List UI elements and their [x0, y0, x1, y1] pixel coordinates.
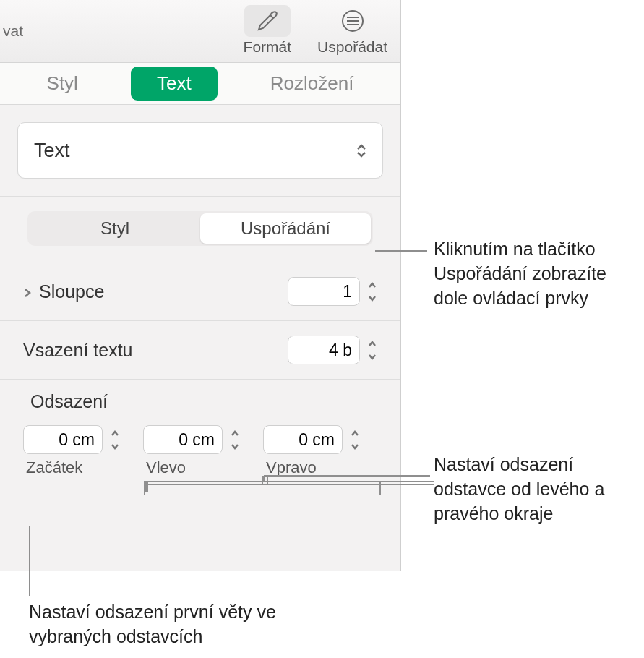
- tab-text[interactable]: Text: [131, 67, 218, 101]
- indent-first-field: Začátek: [23, 425, 123, 477]
- segmented-section: Styl Uspořádání: [0, 197, 400, 262]
- indent-first-stepper: [23, 425, 123, 454]
- indent-left-step-down[interactable]: [227, 440, 243, 453]
- columns-label-wrap[interactable]: Sloupce: [23, 281, 288, 302]
- toolbar-cut-label: vat: [3, 22, 23, 40]
- callout-line-firstline-v: [29, 526, 30, 596]
- indent-left-step-up[interactable]: [227, 427, 243, 440]
- indent-first-step-up[interactable]: [107, 427, 123, 440]
- columns-input[interactable]: [288, 277, 360, 306]
- columns-step-down[interactable]: [364, 291, 380, 304]
- arrange-icon: [340, 5, 366, 37]
- indent-left-stepper: [143, 425, 243, 454]
- text-inset-step-up[interactable]: [364, 337, 380, 350]
- indent-first-step-down[interactable]: [107, 440, 123, 453]
- text-inset-label: Vsazení textu: [23, 340, 288, 361]
- paintbrush-icon: [244, 5, 291, 37]
- indent-right-step-down[interactable]: [347, 440, 363, 453]
- paragraph-style-dropdown[interactable]: Text: [17, 122, 383, 179]
- callout-layout-button: Kliknutím na tlačítko Uspořádání zobrazí…: [434, 237, 636, 310]
- callout-margins: Nastaví odsazení odstavce od levého a pr…: [434, 453, 636, 526]
- tab-style[interactable]: Styl: [21, 67, 104, 101]
- tab-layout[interactable]: Rozložení: [244, 67, 380, 101]
- arrange-button[interactable]: Uspořádat: [304, 2, 400, 60]
- columns-row: Sloupce: [0, 262, 400, 321]
- columns-stepper: [288, 277, 380, 306]
- toolbar: vat Formát Uspořádat: [0, 0, 400, 63]
- format-button-label: Formát: [244, 38, 292, 56]
- indent-fields: Začátek Vlevo: [23, 425, 380, 477]
- format-button[interactable]: Formát: [231, 2, 305, 60]
- style-dropdown-section: Text: [0, 105, 400, 197]
- indent-header-label: Odsazení: [30, 391, 108, 412]
- segment-style[interactable]: Styl: [30, 213, 200, 244]
- callout-line: [375, 250, 427, 252]
- text-inset-input[interactable]: [288, 336, 360, 364]
- chevron-right-icon: [23, 281, 32, 302]
- margins-bracket: [145, 474, 383, 495]
- indent-left-field: Vlevo: [143, 425, 243, 477]
- content-area: Text Styl Uspořádání Sloupce: [0, 105, 400, 497]
- updown-chevron-icon: [356, 144, 366, 158]
- dropdown-value: Text: [34, 140, 70, 162]
- columns-step-up[interactable]: [364, 278, 380, 291]
- main-tabs: Styl Text Rozložení: [0, 63, 400, 105]
- indent-left-input[interactable]: [143, 425, 223, 454]
- segment-layout[interactable]: Uspořádání: [200, 213, 371, 244]
- indent-right-step-up[interactable]: [347, 427, 363, 440]
- text-inset-row: Vsazení textu: [0, 321, 400, 380]
- indent-right-input[interactable]: [263, 425, 343, 454]
- arrange-button-label: Uspořádat: [317, 38, 387, 56]
- columns-label: Sloupce: [39, 281, 104, 302]
- indent-first-sublabel: Začátek: [26, 458, 82, 477]
- callout-first-line: Nastaví odsazení první věty ve vybraných…: [29, 600, 289, 649]
- text-inset-stepper: [288, 336, 380, 364]
- text-inset-step-down[interactable]: [364, 350, 380, 363]
- segmented-control: Styl Uspořádání: [27, 211, 373, 246]
- indent-first-input[interactable]: [23, 425, 103, 454]
- indent-right-stepper: [263, 425, 363, 454]
- indent-right-field: Vpravo: [263, 425, 363, 477]
- indent-header[interactable]: Odsazení: [23, 391, 380, 412]
